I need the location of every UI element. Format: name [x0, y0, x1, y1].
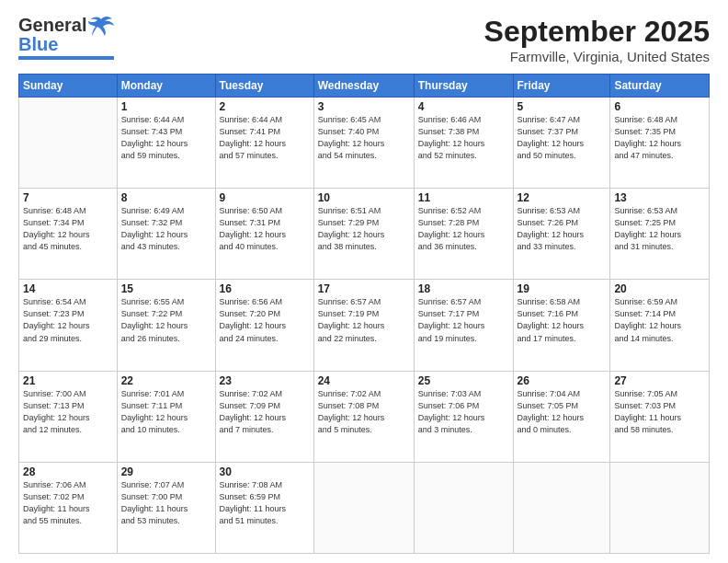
calendar-cell: 14Sunrise: 6:54 AM Sunset: 7:23 PM Dayli…: [19, 280, 118, 371]
calendar-cell: 13Sunrise: 6:53 AM Sunset: 7:25 PM Dayli…: [610, 189, 710, 280]
calendar-cell: 21Sunrise: 7:00 AM Sunset: 7:13 PM Dayli…: [19, 371, 118, 462]
calendar-week-row: 28Sunrise: 7:06 AM Sunset: 7:02 PM Dayli…: [19, 462, 710, 553]
day-number: 10: [318, 191, 410, 204]
day-number: 9: [220, 191, 310, 204]
day-info: Sunrise: 6:52 AM Sunset: 7:28 PM Dayligh…: [418, 205, 509, 253]
day-info: Sunrise: 6:50 AM Sunset: 7:31 PM Dayligh…: [220, 205, 310, 253]
calendar-title: September 2025: [484, 15, 710, 49]
day-info: Sunrise: 7:04 AM Sunset: 7:05 PM Dayligh…: [518, 388, 607, 436]
day-info: Sunrise: 6:53 AM Sunset: 7:25 PM Dayligh…: [614, 205, 705, 253]
calendar-cell: [513, 462, 610, 553]
day-info: Sunrise: 7:00 AM Sunset: 7:13 PM Dayligh…: [23, 388, 113, 436]
logo: General Blue: [18, 15, 114, 60]
day-number: 25: [418, 374, 509, 387]
weekday-header: Monday: [117, 75, 215, 98]
day-info: Sunrise: 7:05 AM Sunset: 7:03 PM Dayligh…: [614, 388, 705, 436]
day-info: Sunrise: 6:59 AM Sunset: 7:14 PM Dayligh…: [614, 296, 705, 344]
weekday-row: SundayMondayTuesdayWednesdayThursdayFrid…: [19, 75, 710, 98]
calendar-body: 1Sunrise: 6:44 AM Sunset: 7:43 PM Daylig…: [19, 98, 710, 554]
day-info: Sunrise: 7:03 AM Sunset: 7:06 PM Dayligh…: [418, 388, 509, 436]
day-info: Sunrise: 7:02 AM Sunset: 7:08 PM Dayligh…: [318, 388, 410, 436]
day-info: Sunrise: 6:54 AM Sunset: 7:23 PM Dayligh…: [23, 296, 113, 344]
calendar-cell: [313, 462, 414, 553]
weekday-header: Sunday: [19, 75, 118, 98]
day-number: 23: [220, 374, 310, 387]
day-info: Sunrise: 6:55 AM Sunset: 7:22 PM Dayligh…: [121, 296, 211, 344]
day-number: 29: [121, 465, 211, 478]
day-info: Sunrise: 6:51 AM Sunset: 7:29 PM Dayligh…: [318, 205, 410, 253]
calendar-week-row: 21Sunrise: 7:00 AM Sunset: 7:13 PM Dayli…: [19, 371, 710, 462]
day-number: 14: [23, 282, 113, 295]
calendar-cell: 6Sunrise: 6:48 AM Sunset: 7:35 PM Daylig…: [610, 98, 710, 189]
calendar-cell: 17Sunrise: 6:57 AM Sunset: 7:19 PM Dayli…: [313, 280, 414, 371]
calendar-subtitle: Farmville, Virginia, United States: [484, 49, 710, 64]
calendar-cell: 3Sunrise: 6:45 AM Sunset: 7:40 PM Daylig…: [313, 98, 414, 189]
day-info: Sunrise: 6:58 AM Sunset: 7:16 PM Dayligh…: [518, 296, 607, 344]
day-info: Sunrise: 7:08 AM Sunset: 6:59 PM Dayligh…: [220, 479, 310, 527]
day-number: 19: [518, 282, 607, 295]
day-info: Sunrise: 6:57 AM Sunset: 7:19 PM Dayligh…: [318, 296, 410, 344]
day-number: 1: [121, 100, 211, 113]
day-number: 28: [23, 465, 113, 478]
day-number: 13: [614, 191, 705, 204]
calendar-cell: 16Sunrise: 6:56 AM Sunset: 7:20 PM Dayli…: [215, 280, 313, 371]
day-number: 27: [614, 374, 705, 387]
day-info: Sunrise: 7:01 AM Sunset: 7:11 PM Dayligh…: [121, 388, 211, 436]
calendar-cell: 26Sunrise: 7:04 AM Sunset: 7:05 PM Dayli…: [513, 371, 610, 462]
calendar-cell: 8Sunrise: 6:49 AM Sunset: 7:32 PM Daylig…: [117, 189, 215, 280]
day-info: Sunrise: 6:47 AM Sunset: 7:37 PM Dayligh…: [518, 114, 607, 162]
weekday-header: Wednesday: [313, 75, 414, 98]
calendar-cell: [610, 462, 710, 553]
weekday-header: Thursday: [414, 75, 513, 98]
title-block: September 2025 Farmville, Virginia, Unit…: [484, 15, 710, 64]
day-number: 20: [614, 282, 705, 295]
day-number: 2: [220, 100, 310, 113]
page: General Blue September 2025 Farmville, V…: [0, 0, 728, 563]
day-number: 5: [518, 100, 607, 113]
calendar-week-row: 1Sunrise: 6:44 AM Sunset: 7:43 PM Daylig…: [19, 98, 710, 189]
calendar-cell: 25Sunrise: 7:03 AM Sunset: 7:06 PM Dayli…: [414, 371, 513, 462]
calendar-cell: 20Sunrise: 6:59 AM Sunset: 7:14 PM Dayli…: [610, 280, 710, 371]
day-info: Sunrise: 6:57 AM Sunset: 7:17 PM Dayligh…: [418, 296, 509, 344]
day-number: 8: [121, 191, 211, 204]
calendar-cell: [19, 98, 118, 189]
calendar-cell: 19Sunrise: 6:58 AM Sunset: 7:16 PM Dayli…: [513, 280, 610, 371]
header: General Blue September 2025 Farmville, V…: [18, 15, 710, 64]
day-number: 3: [318, 100, 410, 113]
calendar-cell: 1Sunrise: 6:44 AM Sunset: 7:43 PM Daylig…: [117, 98, 215, 189]
day-info: Sunrise: 6:44 AM Sunset: 7:41 PM Dayligh…: [220, 114, 310, 162]
calendar-cell: 4Sunrise: 6:46 AM Sunset: 7:38 PM Daylig…: [414, 98, 513, 189]
day-info: Sunrise: 6:48 AM Sunset: 7:34 PM Dayligh…: [23, 205, 113, 253]
logo-blue-text: Blue: [18, 34, 58, 55]
day-number: 4: [418, 100, 509, 113]
day-info: Sunrise: 6:49 AM Sunset: 7:32 PM Dayligh…: [121, 205, 211, 253]
day-number: 7: [23, 191, 113, 204]
calendar-cell: 2Sunrise: 6:44 AM Sunset: 7:41 PM Daylig…: [215, 98, 313, 189]
weekday-header: Saturday: [610, 75, 710, 98]
day-info: Sunrise: 6:48 AM Sunset: 7:35 PM Dayligh…: [614, 114, 705, 162]
day-number: 26: [518, 374, 607, 387]
weekday-header: Tuesday: [215, 75, 313, 98]
calendar-header: SundayMondayTuesdayWednesdayThursdayFrid…: [19, 75, 710, 98]
calendar-cell: 22Sunrise: 7:01 AM Sunset: 7:11 PM Dayli…: [117, 371, 215, 462]
day-number: 22: [121, 374, 211, 387]
weekday-header: Friday: [513, 75, 610, 98]
calendar-cell: 12Sunrise: 6:53 AM Sunset: 7:26 PM Dayli…: [513, 189, 610, 280]
calendar-cell: 9Sunrise: 6:50 AM Sunset: 7:31 PM Daylig…: [215, 189, 313, 280]
calendar-cell: 24Sunrise: 7:02 AM Sunset: 7:08 PM Dayli…: [313, 371, 414, 462]
calendar-cell: 15Sunrise: 6:55 AM Sunset: 7:22 PM Dayli…: [117, 280, 215, 371]
day-number: 16: [220, 282, 310, 295]
calendar-cell: 30Sunrise: 7:08 AM Sunset: 6:59 PM Dayli…: [215, 462, 313, 553]
day-info: Sunrise: 6:44 AM Sunset: 7:43 PM Dayligh…: [121, 114, 211, 162]
logo-bar: [18, 56, 114, 60]
day-info: Sunrise: 7:02 AM Sunset: 7:09 PM Dayligh…: [220, 388, 310, 436]
calendar-cell: 11Sunrise: 6:52 AM Sunset: 7:28 PM Dayli…: [414, 189, 513, 280]
day-number: 12: [518, 191, 607, 204]
calendar-cell: 28Sunrise: 7:06 AM Sunset: 7:02 PM Dayli…: [19, 462, 118, 553]
calendar-cell: 18Sunrise: 6:57 AM Sunset: 7:17 PM Dayli…: [414, 280, 513, 371]
calendar-cell: 23Sunrise: 7:02 AM Sunset: 7:09 PM Dayli…: [215, 371, 313, 462]
calendar-cell: [414, 462, 513, 553]
day-info: Sunrise: 7:07 AM Sunset: 7:00 PM Dayligh…: [121, 479, 211, 527]
day-number: 21: [23, 374, 113, 387]
day-number: 11: [418, 191, 509, 204]
